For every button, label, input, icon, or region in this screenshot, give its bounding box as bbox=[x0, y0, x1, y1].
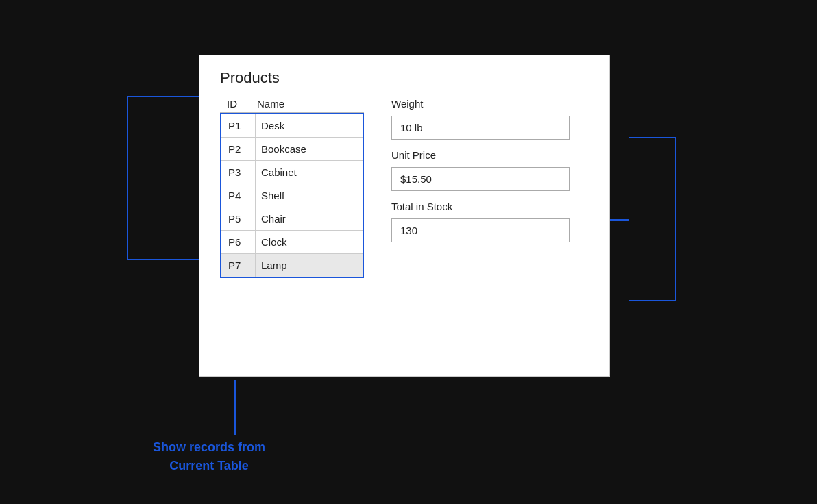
right-bracket bbox=[629, 137, 676, 301]
column-headers: ID Name bbox=[220, 95, 364, 113]
cell-id: P3 bbox=[221, 161, 256, 184]
table-row[interactable]: P5Chair bbox=[221, 207, 363, 231]
cell-name: Chair bbox=[256, 207, 345, 230]
table-row[interactable]: P3Cabinet bbox=[221, 161, 363, 184]
show-records-line1: Show records from Current Table bbox=[117, 438, 302, 475]
weight-value: 10 lb bbox=[391, 116, 570, 140]
table-row[interactable]: P6Clock bbox=[221, 231, 363, 254]
card-title: Products bbox=[220, 69, 589, 87]
cell-name: Shelf bbox=[256, 184, 345, 207]
table-row[interactable]: P4Shelf bbox=[221, 184, 363, 207]
cell-name: Bookcase bbox=[256, 138, 345, 160]
cell-name: Clock bbox=[256, 231, 345, 253]
show-records-section: Show records from Current Table bbox=[117, 438, 302, 475]
cell-id: P5 bbox=[221, 207, 256, 230]
unit-price-label: Unit Price bbox=[391, 149, 570, 161]
cell-id: P4 bbox=[221, 184, 256, 207]
unit-price-value: $15.50 bbox=[391, 167, 570, 191]
cell-name: Cabinet bbox=[256, 161, 345, 184]
canvas: Products ID Name P1DeskP2BookcaseP3Cabin… bbox=[0, 0, 817, 504]
table-section: ID Name P1DeskP2BookcaseP3CabinetP4Shelf… bbox=[220, 95, 589, 278]
total-stock-label: Total in Stock bbox=[391, 201, 570, 212]
table-row[interactable]: P2Bookcase bbox=[221, 138, 363, 161]
cell-id: P2 bbox=[221, 138, 256, 160]
table-row[interactable]: P7Lamp bbox=[221, 254, 363, 277]
detail-section: Weight 10 lb Unit Price $15.50 Total in … bbox=[391, 95, 570, 242]
table-row[interactable]: P1Desk bbox=[221, 114, 363, 138]
cell-id: P1 bbox=[221, 114, 256, 137]
total-stock-value: 130 bbox=[391, 218, 570, 242]
col-header-id: ID bbox=[220, 98, 254, 110]
cell-name: Desk bbox=[256, 114, 345, 137]
left-bracket bbox=[127, 96, 202, 260]
col-header-name: Name bbox=[254, 98, 284, 110]
cell-name: Lamp bbox=[256, 254, 345, 277]
cell-id: P6 bbox=[221, 231, 256, 253]
table-body: P1DeskP2BookcaseP3CabinetP4ShelfP5ChairP… bbox=[220, 113, 364, 278]
weight-label: Weight bbox=[391, 98, 570, 110]
products-table: ID Name P1DeskP2BookcaseP3CabinetP4Shelf… bbox=[220, 95, 364, 278]
cell-id: P7 bbox=[221, 254, 256, 277]
bottom-connector bbox=[234, 380, 236, 435]
products-card: Products ID Name P1DeskP2BookcaseP3Cabin… bbox=[199, 55, 610, 377]
